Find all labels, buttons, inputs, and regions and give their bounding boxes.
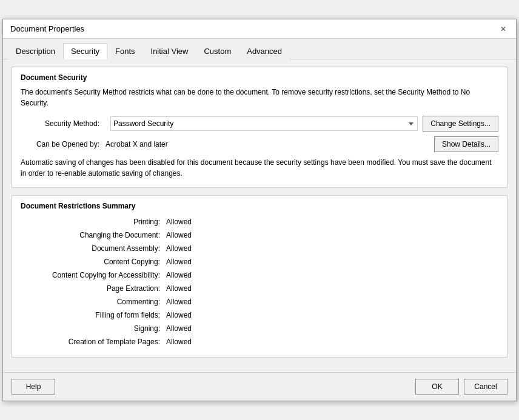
bottom-right-buttons: OK Cancel [415,379,507,395]
restriction-label-4: Content Copying for Accessibility: [21,271,166,279]
restriction-label-3: Content Copying: [21,258,166,266]
restriction-value-1: Allowed [166,231,498,239]
restriction-label-5: Page Extraction: [21,284,166,293]
restriction-value-0: Allowed [166,218,498,226]
can-be-opened-label: Can be Opened by: [21,140,105,148]
security-method-row: Security Method: Password Security No Se… [21,116,498,132]
restriction-value-9: Allowed [166,338,498,346]
restriction-value-3: Allowed [166,258,498,266]
help-button[interactable]: Help [12,379,55,395]
bottom-bar: Help OK Cancel [3,372,516,401]
dialog-body: Document Security The document's Securit… [3,59,516,372]
restrictions-grid: Printing: Allowed Changing the Document:… [21,215,498,348]
restriction-value-5: Allowed [166,284,498,293]
restriction-value-4: Allowed [166,271,498,279]
tab-bar: Description Security Fonts Initial View … [3,39,516,59]
restriction-label-9: Creation of Template Pages: [21,338,166,346]
restrictions-section-title: Document Restrictions Summary [21,202,498,210]
restriction-label-1: Changing the Document: [21,231,166,239]
tab-security[interactable]: Security [63,43,107,59]
restriction-label-0: Printing: [21,218,166,226]
restriction-label-8: Signing: [21,324,166,333]
warning-text: Automatic saving of changes has been dis… [21,157,498,179]
tab-advanced[interactable]: Advanced [239,43,290,59]
tab-custom[interactable]: Custom [196,43,239,59]
cancel-button[interactable]: Cancel [464,379,507,395]
document-security-title: Document Security [21,73,498,82]
close-button[interactable]: ✕ [498,24,509,35]
document-properties-dialog: Document Properties ✕ Description Securi… [2,19,517,401]
security-method-label: Security Method: [21,119,105,128]
restriction-value-7: Allowed [166,311,498,319]
restriction-value-6: Allowed [166,298,498,306]
security-method-select[interactable]: Password Security No Security Certificat… [110,116,418,131]
tab-fonts[interactable]: Fonts [107,43,143,59]
dialog-title: Document Properties [10,24,84,33]
restriction-value-2: Allowed [166,244,498,253]
title-bar: Document Properties ✕ [3,19,516,39]
restriction-label-7: Filling of form fields: [21,311,166,319]
restriction-value-8: Allowed [166,324,498,333]
show-details-button[interactable]: Show Details... [434,136,498,152]
tab-description[interactable]: Description [8,43,63,59]
document-restrictions-section: Document Restrictions Summary Printing: … [12,195,507,358]
restriction-label-2: Document Assembly: [21,244,166,253]
document-security-info: The document's Security Method restricts… [21,87,498,108]
can-be-opened-row: Can be Opened by: Acrobat X and later Sh… [21,136,498,152]
document-security-section: Document Security The document's Securit… [12,67,507,188]
restriction-label-6: Commenting: [21,298,166,306]
change-settings-button[interactable]: Change Settings... [423,116,498,132]
ok-button[interactable]: OK [415,379,459,395]
tab-initial-view[interactable]: Initial View [143,43,196,59]
can-be-opened-value: Acrobat X and later [105,140,168,148]
